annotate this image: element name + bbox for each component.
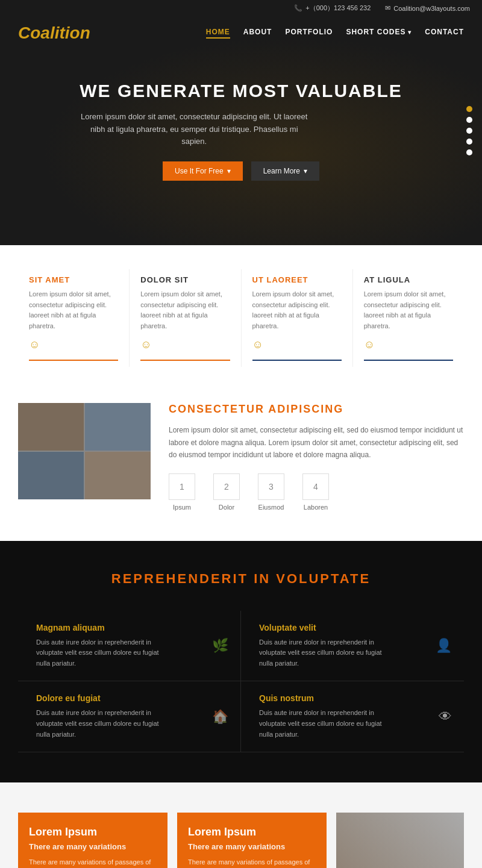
feature-3: UT LAOREET Lorem ipsum dolor sit amet, c… xyxy=(242,269,353,367)
feature-1-underline xyxy=(29,360,118,361)
feature-2: DOLOR SIT Lorem ipsum dolor sit amet, co… xyxy=(130,269,241,367)
dark-feature-3: Dolore eu fugiat Duis aute irure dolor i… xyxy=(18,681,241,752)
hero-dot-3[interactable] xyxy=(466,128,472,134)
about-content: CONSECTETUR ADIPISCING Lorem ipsum dolor… xyxy=(169,403,464,510)
about-img-2 xyxy=(85,403,151,451)
nav-portfolio[interactable]: PORTFOLIO xyxy=(285,28,333,39)
card-2-heading: Lorem Ipsum xyxy=(188,826,316,838)
nav-contact[interactable]: CONTACT xyxy=(425,28,464,39)
about-heading: CONSECTETUR ADIPISCING xyxy=(169,403,464,416)
dark-feature-2-title: Voluptate velit xyxy=(259,623,446,632)
feature-4-text: Lorem ipsum dolor sit amet, consectetur … xyxy=(364,289,453,331)
feature-2-title: DOLOR SIT xyxy=(140,275,230,284)
top-bar: 📞 +（000）123 456 232 ✉ Coalition@w3layout… xyxy=(0,0,482,16)
hero-content: WE GENERATE MOST VALUABLE Lorem ipsum do… xyxy=(80,81,402,181)
card-1-heading: Lorem Ipsum xyxy=(29,826,157,838)
hero-dot-2[interactable] xyxy=(466,117,472,123)
about-icon-2: 2 Dolor xyxy=(213,473,240,511)
feature-4: AT LIGULA Lorem ipsum dolor sit amet, co… xyxy=(353,269,464,367)
about-img-3 xyxy=(18,452,84,499)
feature-1-icon: ☺ xyxy=(29,339,118,351)
dark-feature-1: Magnam aliquam Duis aute irure dolor in … xyxy=(18,611,241,682)
card-1: Lorem Ipsum There are many variations Th… xyxy=(18,813,167,868)
hero-heading: WE GENERATE MOST VALUABLE xyxy=(80,81,402,101)
nav-about[interactable]: ABOUT xyxy=(243,28,272,39)
dropdown-icon-2: ▾ xyxy=(304,167,307,175)
card-image xyxy=(336,813,464,868)
feature-1-title: SIT AMET xyxy=(29,275,118,284)
about-icon-1: 1 Ipsum xyxy=(169,473,195,511)
card-2-text: There are many variations of passages of… xyxy=(188,857,316,868)
dark-feature-3-icon: 🏠 xyxy=(212,709,228,725)
hero-section: WE GENERATE MOST VALUABLE Lorem ipsum do… xyxy=(0,16,482,245)
about-icon-3: 3 Eiusmod xyxy=(258,473,284,511)
email-info: ✉ Coalition@w3layouts.com xyxy=(385,4,470,13)
use-it-free-button[interactable]: Use It For Free ▾ xyxy=(163,161,243,181)
dark-feature-3-title: Dolore eu fugiat xyxy=(36,693,222,703)
hero-dot-1[interactable] xyxy=(466,106,472,112)
card-2: Lorem Ipsum There are many variations Th… xyxy=(177,813,327,868)
dark-heading: REPREHENDERIT IN VOLUPTATE xyxy=(18,571,464,587)
phone-info: 📞 +（000）123 456 232 xyxy=(294,4,371,13)
dark-feature-3-text: Duis aute irure dolor in reprehenderit i… xyxy=(36,708,169,740)
nav-home[interactable]: HOME xyxy=(206,28,230,39)
feature-3-underline xyxy=(252,360,342,361)
feature-3-icon: ☺ xyxy=(252,339,342,351)
feature-4-underline xyxy=(364,360,453,361)
about-icons: 1 Ipsum 2 Dolor 3 Eiusmod 4 Laboren xyxy=(169,473,464,511)
dark-feature-1-title: Magnam aliquam xyxy=(36,623,222,632)
dropdown-icon: ▾ xyxy=(227,167,231,175)
dark-feature-1-text: Duis aute irure dolor in reprehenderit i… xyxy=(36,637,169,669)
navbar: Coalition HOME ABOUT PORTFOLIO SHORT COD… xyxy=(0,16,482,50)
dark-feature-4-text: Duis aute irure dolor in reprehenderit i… xyxy=(259,708,392,740)
logo[interactable]: Coalition xyxy=(18,23,90,43)
card-img-overlay xyxy=(336,813,464,868)
feature-3-text: Lorem ipsum dolor sit amet, consectetur … xyxy=(252,289,342,331)
dark-feature-2: Voluptate velit Duis aute irure dolor in… xyxy=(241,611,464,682)
nav-links: HOME ABOUT PORTFOLIO SHORT CODES CONTACT xyxy=(206,28,464,39)
about-text: Lorem ipsum dolor sit amet, consectetur … xyxy=(169,424,464,461)
card-2-subheading: There are many variations xyxy=(188,842,316,851)
feature-3-title: UT LAOREET xyxy=(252,275,342,284)
learn-more-button[interactable]: Learn More ▾ xyxy=(251,161,319,181)
cards-section: Lorem Ipsum There are many variations Th… xyxy=(0,782,482,868)
about-img-4 xyxy=(85,452,151,499)
dark-feature-4-icon: 👁 xyxy=(439,709,452,725)
card-1-text: There are many variations of passages of… xyxy=(29,857,157,868)
dark-feature-4-title: Quis nostrum xyxy=(259,693,446,703)
hero-dots xyxy=(466,106,472,155)
hero-subtext: Lorem ipsum dolor sit amet, consectetur … xyxy=(80,111,308,148)
dark-feature-1-icon: 🌿 xyxy=(212,638,228,654)
dark-feature-4: Quis nostrum Duis aute irure dolor in re… xyxy=(241,681,464,752)
hero-dot-5[interactable] xyxy=(466,149,472,155)
feature-4-title: AT LIGULA xyxy=(364,275,453,284)
card-1-subheading: There are many variations xyxy=(29,842,157,851)
about-section: CONSECTETUR ADIPISCING Lorem ipsum dolor… xyxy=(0,373,482,540)
hero-buttons: Use It For Free ▾ Learn More ▾ xyxy=(80,161,402,181)
about-img-1 xyxy=(18,403,84,451)
hero-dot-4[interactable] xyxy=(466,139,472,145)
dark-features: Magnam aliquam Duis aute irure dolor in … xyxy=(18,611,464,753)
feature-2-icon: ☺ xyxy=(140,339,230,351)
feature-2-text: Lorem ipsum dolor sit amet, consectetur … xyxy=(140,289,230,331)
about-icon-4: 4 Laboren xyxy=(302,473,329,511)
dark-feature-2-text: Duis aute irure dolor in reprehenderit i… xyxy=(259,637,392,669)
feature-1-text: Lorem ipsum dolor sit amet, consectetur … xyxy=(29,289,118,331)
phone-icon: 📞 xyxy=(294,4,302,12)
feature-2-underline xyxy=(140,360,230,361)
about-image xyxy=(18,403,151,499)
dark-feature-2-icon: 👤 xyxy=(436,638,452,654)
email-icon: ✉ xyxy=(385,4,390,12)
features-section: SIT AMET Lorem ipsum dolor sit amet, con… xyxy=(0,245,482,373)
dark-section: REPREHENDERIT IN VOLUPTATE Magnam aliqua… xyxy=(0,541,482,783)
nav-shortcodes[interactable]: SHORT CODES xyxy=(346,28,412,39)
feature-4-icon: ☺ xyxy=(364,339,453,351)
feature-1: SIT AMET Lorem ipsum dolor sit amet, con… xyxy=(18,269,130,367)
